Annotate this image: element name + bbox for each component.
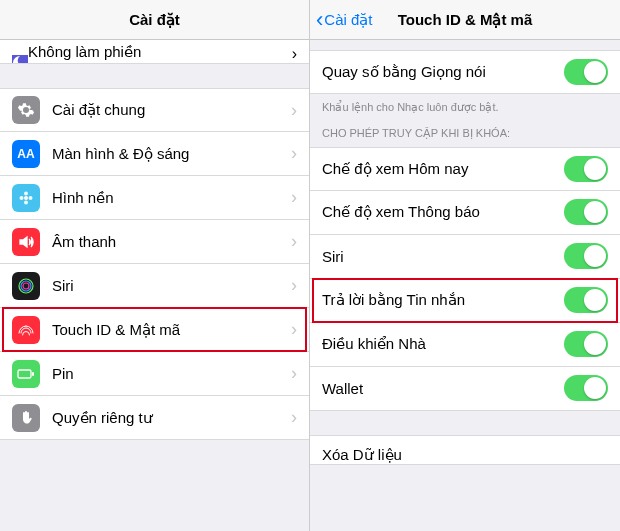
navbar-left: Cài đặt [0, 0, 309, 40]
settings-row-siri[interactable]: Siri › [0, 264, 309, 308]
back-button[interactable]: ‹ Cài đặt [316, 0, 373, 40]
chevron-right-icon: › [291, 275, 297, 296]
settings-row-battery[interactable]: Pin › [0, 352, 309, 396]
row-label: Xóa Dữ liệu [322, 446, 608, 464]
settings-row-label: Pin [52, 365, 287, 382]
settings-row-label: Quyền riêng tư [52, 409, 287, 427]
section-header: CHO PHÉP TRUY CẬP KHI BỊ KHÓA: [310, 118, 620, 146]
chevron-right-icon: › [291, 231, 297, 252]
hand-icon [12, 404, 40, 432]
row-label: Chế độ xem Hôm nay [322, 160, 564, 178]
today-switch[interactable] [564, 156, 608, 182]
svg-point-2 [24, 200, 28, 204]
home-switch[interactable] [564, 331, 608, 357]
settings-row-label: Không làm phiền [28, 43, 292, 61]
settings-list[interactable]: Không làm phiền › Cài đặt chung › AA Màn… [0, 40, 309, 531]
voice-dial-row[interactable]: Quay số bằng Giọng nói [310, 50, 620, 94]
allow-notifications-row[interactable]: Chế độ xem Thông báo [310, 191, 620, 235]
settings-row-display[interactable]: AA Màn hình & Độ sáng › [0, 132, 309, 176]
svg-rect-8 [18, 370, 31, 378]
settings-row-label: Màn hình & Độ sáng [52, 145, 287, 163]
settings-row-label: Touch ID & Mật mã [52, 321, 287, 339]
row-label: Siri [322, 248, 564, 265]
settings-row-label: Hình nền [52, 189, 287, 207]
svg-point-1 [24, 191, 28, 195]
chevron-left-icon: ‹ [316, 9, 323, 31]
navbar-right: ‹ Cài đặt Touch ID & Mật mã [310, 0, 620, 40]
settings-row-privacy[interactable]: Quyền riêng tư › [0, 396, 309, 440]
row-label: Trả lời bằng Tin nhắn [322, 291, 564, 309]
nav-title-left: Cài đặt [129, 11, 180, 29]
settings-row-touchid[interactable]: Touch ID & Mật mã › [0, 308, 309, 352]
chevron-right-icon: › [291, 363, 297, 384]
row-label: Quay số bằng Giọng nói [322, 63, 564, 81]
row-label: Điều khiển Nhà [322, 335, 564, 353]
allow-reply-row[interactable]: Trả lời bằng Tin nhắn [310, 279, 620, 323]
moon-icon [12, 55, 28, 64]
speaker-icon [12, 228, 40, 256]
settings-row-general[interactable]: Cài đặt chung › [0, 88, 309, 132]
siri-icon [12, 272, 40, 300]
chevron-right-icon: › [291, 407, 297, 428]
settings-row-dnd[interactable]: Không làm phiền › [0, 40, 309, 64]
allow-home-row[interactable]: Điều khiển Nhà [310, 323, 620, 367]
svg-point-4 [29, 196, 33, 200]
settings-row-wallpaper[interactable]: Hình nền › [0, 176, 309, 220]
gear-icon [12, 96, 40, 124]
settings-row-sounds[interactable]: Âm thanh › [0, 220, 309, 264]
aa-icon: AA [12, 140, 40, 168]
svg-point-3 [20, 196, 24, 200]
fingerprint-icon [12, 316, 40, 344]
back-label: Cài đặt [324, 11, 372, 29]
settings-row-label: Âm thanh [52, 233, 287, 250]
allow-wallet-row[interactable]: Wallet [310, 367, 620, 411]
settings-row-label: Cài đặt chung [52, 101, 287, 119]
settings-row-label: Siri [52, 277, 287, 294]
siri-switch[interactable] [564, 243, 608, 269]
music-caption: Khẩu lệnh cho Nhạc luôn được bật. [310, 94, 620, 118]
reply-switch[interactable] [564, 287, 608, 313]
settings-pane: Cài đặt Không làm phiền › Cài đặt chung … [0, 0, 310, 531]
chevron-right-icon: › [291, 143, 297, 164]
chevron-right-icon: › [291, 100, 297, 121]
battery-icon [12, 360, 40, 388]
allow-today-row[interactable]: Chế độ xem Hôm nay [310, 147, 620, 191]
svg-rect-9 [32, 372, 34, 376]
notifications-switch[interactable] [564, 199, 608, 225]
chevron-right-icon: › [291, 319, 297, 340]
erase-data-row[interactable]: Xóa Dữ liệu [310, 435, 620, 465]
touchid-pane: ‹ Cài đặt Touch ID & Mật mã Quay số bằng… [310, 0, 620, 531]
voice-dial-switch[interactable] [564, 59, 608, 85]
svg-point-0 [24, 196, 28, 200]
svg-point-7 [23, 283, 29, 289]
row-label: Chế độ xem Thông báo [322, 203, 564, 221]
flower-icon [12, 184, 40, 212]
touchid-content[interactable]: Quay số bằng Giọng nói Khẩu lệnh cho Nhạ… [310, 40, 620, 531]
chevron-right-icon: › [292, 45, 297, 63]
allow-siri-row[interactable]: Siri [310, 235, 620, 279]
row-label: Wallet [322, 380, 564, 397]
wallet-switch[interactable] [564, 375, 608, 401]
nav-title-right: Touch ID & Mật mã [398, 11, 533, 29]
chevron-right-icon: › [291, 187, 297, 208]
